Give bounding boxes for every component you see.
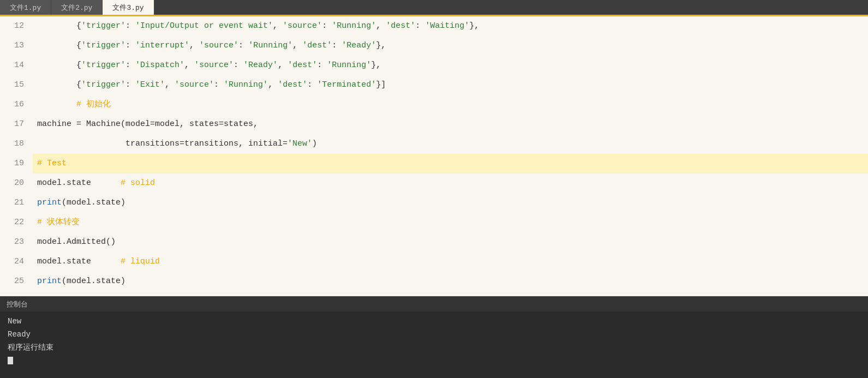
line-number-15: 15: [0, 75, 33, 95]
code-line-16: 16 # 初始化: [0, 95, 868, 115]
code-line-24: 24model.state # liquid: [0, 252, 868, 272]
line-number-23: 23: [0, 232, 33, 252]
tab-file2[interactable]: 文件2.py: [51, 0, 103, 15]
line-number-14: 14: [0, 56, 33, 75]
code-editor: 12 {'trigger': 'Input/Output or event wa…: [0, 16, 868, 296]
code-line-25: 25print(model.state): [0, 272, 868, 291]
line-number-16: 16: [0, 95, 33, 115]
line-content-22[interactable]: # 状体转变: [33, 213, 868, 232]
code-line-20: 20model.state # solid: [0, 173, 868, 193]
tab-file3[interactable]: 文件3.py: [103, 0, 154, 15]
tab-bar: 文件1.py 文件2.py 文件3.py: [0, 0, 868, 16]
code-line-18: 18 transitions=transitions, initial='New…: [0, 134, 868, 154]
line-content-23[interactable]: model.Admitted(): [33, 232, 868, 252]
cursor-block-icon: [8, 357, 13, 364]
code-line-19: 19# Test: [0, 154, 868, 173]
line-number-13: 13: [0, 36, 33, 56]
line-number-21: 21: [0, 193, 33, 213]
console-title: 控制台: [7, 299, 28, 309]
code-area[interactable]: 12 {'trigger': 'Input/Output or event wa…: [0, 16, 868, 296]
line-content-18[interactable]: transitions=transitions, initial='New'): [33, 134, 868, 154]
line-content-13[interactable]: {'trigger': 'interrupt', 'source': 'Runn…: [33, 36, 868, 56]
console-panel: 控制台 NewReady程序运行结束: [0, 296, 868, 378]
code-line-22: 22# 状体转变: [0, 213, 868, 232]
line-content-19[interactable]: # Test: [33, 154, 868, 173]
code-line-13: 13 {'trigger': 'interrupt', 'source': 'R…: [0, 36, 868, 56]
line-number-12: 12: [0, 16, 33, 36]
line-number-18: 18: [0, 134, 33, 154]
line-number-25: 25: [0, 272, 33, 291]
line-content-21[interactable]: print(model.state): [33, 193, 868, 213]
line-content-15[interactable]: {'trigger': 'Exit', 'source': 'Running',…: [33, 75, 868, 95]
line-number-22: 22: [0, 213, 33, 232]
tab-file1[interactable]: 文件1.py: [0, 0, 51, 15]
line-content-17[interactable]: machine = Machine(model=model, states=st…: [33, 115, 868, 134]
console-output-line: New: [8, 315, 860, 328]
console-output-line: 程序运行结束: [8, 341, 860, 354]
line-number-19: 19: [0, 154, 33, 173]
line-content-12[interactable]: {'trigger': 'Input/Output or event wait'…: [33, 16, 868, 36]
code-line-23: 23model.Admitted(): [0, 232, 868, 252]
line-number-24: 24: [0, 252, 33, 272]
line-content-24[interactable]: model.state # liquid: [33, 252, 868, 272]
line-content-20[interactable]: model.state # solid: [33, 173, 868, 193]
line-content-16[interactable]: # 初始化: [33, 95, 868, 115]
line-number-17: 17: [0, 115, 33, 134]
console-cursor: [8, 354, 860, 367]
code-line-12: 12 {'trigger': 'Input/Output or event wa…: [0, 16, 868, 36]
line-content-25[interactable]: print(model.state): [33, 272, 868, 291]
console-body: NewReady程序运行结束: [0, 311, 868, 378]
console-header: 控制台: [0, 296, 868, 311]
line-number-20: 20: [0, 173, 33, 193]
line-content-14[interactable]: {'trigger': 'Dispatch', 'source': 'Ready…: [33, 56, 868, 75]
code-line-14: 14 {'trigger': 'Dispatch', 'source': 'Re…: [0, 56, 868, 75]
code-line-15: 15 {'trigger': 'Exit', 'source': 'Runnin…: [0, 75, 868, 95]
code-line-21: 21print(model.state): [0, 193, 868, 213]
code-lines: 12 {'trigger': 'Input/Output or event wa…: [0, 16, 868, 296]
code-line-17: 17machine = Machine(model=model, states=…: [0, 115, 868, 134]
console-output-line: Ready: [8, 328, 860, 341]
